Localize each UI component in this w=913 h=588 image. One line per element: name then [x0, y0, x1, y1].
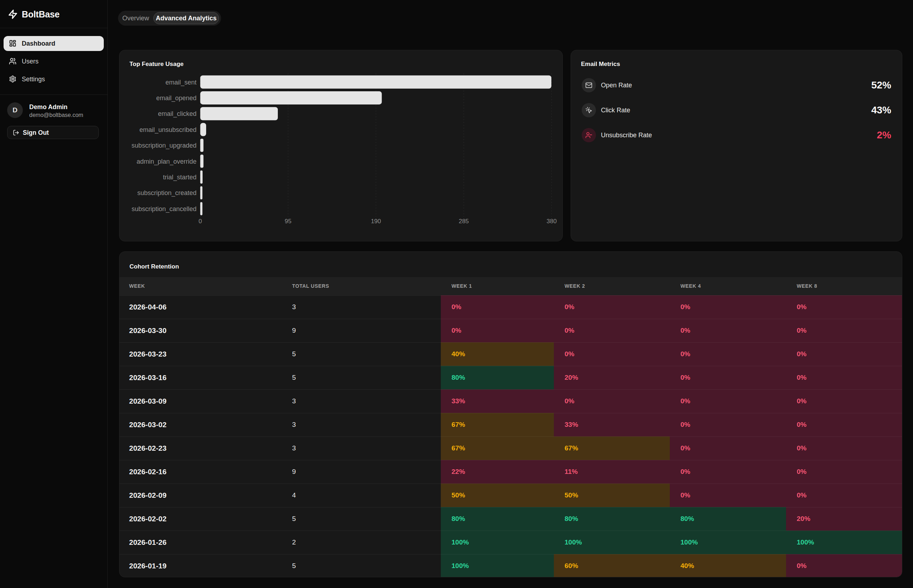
svg-text:admin_plan_override: admin_plan_override: [137, 158, 197, 165]
svg-text:email_opened: email_opened: [156, 94, 197, 102]
svg-text:email_sent: email_sent: [165, 79, 197, 86]
svg-text:380: 380: [547, 218, 557, 225]
svg-text:email_clicked: email_clicked: [158, 110, 197, 118]
svg-text:subscription_created: subscription_created: [137, 189, 197, 197]
svg-text:trial_started: trial_started: [163, 174, 197, 181]
svg-text:subscription_cancelled: subscription_cancelled: [132, 205, 197, 213]
svg-text:subscription_upgraded: subscription_upgraded: [132, 142, 197, 149]
svg-text:190: 190: [371, 218, 381, 225]
svg-text:285: 285: [459, 218, 469, 225]
svg-text:0: 0: [199, 218, 202, 225]
svg-text:email_unsubscribed: email_unsubscribed: [139, 126, 197, 134]
svg-text:95: 95: [284, 218, 291, 225]
